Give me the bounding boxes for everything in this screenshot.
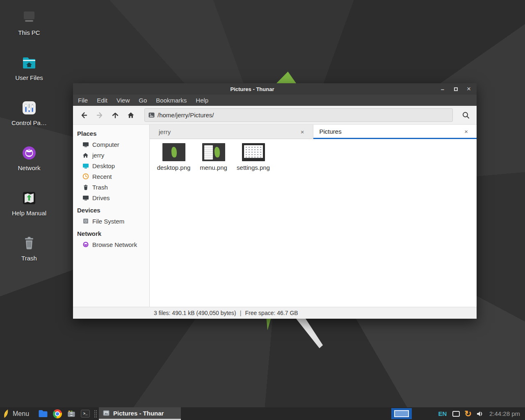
desktop-icon-help-manual[interactable]: Help Manual xyxy=(4,183,54,228)
sidebar-item-recent[interactable]: Recent xyxy=(73,171,149,182)
window-titlebar[interactable]: Pictures - Thunar – × xyxy=(73,83,477,95)
sidebar-item-label: Computer xyxy=(92,141,119,148)
taskbar: Menu >_ Pictures - Thunar EN ↻ 2:44:28 p… xyxy=(0,407,525,420)
sidebar-item-label: Recent xyxy=(92,173,112,180)
sidebar-item-computer[interactable]: Computer xyxy=(73,139,149,150)
tab-bar: jerry × Pictures × xyxy=(150,125,477,139)
trash-icon xyxy=(20,234,39,253)
desktop-icon-this-pc[interactable]: This PC xyxy=(4,2,54,48)
path-text: /home/jerry/Pictures/ xyxy=(158,112,214,119)
sidebar-item-label: jerry xyxy=(92,152,104,159)
tab-jerry[interactable]: jerry × xyxy=(150,125,313,139)
menu-file[interactable]: File xyxy=(73,95,92,106)
menu-help[interactable]: Help xyxy=(191,95,213,106)
image-file-icon xyxy=(148,112,155,118)
wallpaper-feather-sliver xyxy=(265,319,272,330)
home-button[interactable] xyxy=(123,108,139,123)
image-thumbnail xyxy=(242,143,265,161)
desktop-icon-column: This PC User Files Control Pa… Network H… xyxy=(4,2,54,273)
sidebar-item-label: File System xyxy=(92,218,124,225)
sidebar-item-desktop[interactable]: Desktop xyxy=(73,160,149,171)
window-task-icon xyxy=(103,410,110,416)
tab-close-icon[interactable]: × xyxy=(299,128,306,136)
back-button[interactable] xyxy=(76,108,92,123)
tab-pictures[interactable]: Pictures × xyxy=(313,125,477,139)
desktop-icon-user-files[interactable]: User Files xyxy=(4,48,54,93)
sidebar-item-label: Browse Network xyxy=(92,241,137,248)
clock[interactable]: 2:44:28 pm xyxy=(489,410,520,417)
image-thumbnail xyxy=(162,143,185,161)
file-view[interactable]: desktop.png menu.png settings.png xyxy=(150,139,477,307)
menu-bookmarks[interactable]: Bookmarks xyxy=(151,95,191,106)
desktop-icon-label: Help Manual xyxy=(12,210,46,217)
status-bar: 3 files: 490.1 kB (490,050 bytes) | Free… xyxy=(73,307,477,319)
sidebar-item-drives[interactable]: Drives xyxy=(73,192,149,203)
window-body: Places Computer jerry Desktop Recent xyxy=(73,125,477,307)
archive-launcher-icon[interactable] xyxy=(67,409,76,418)
workspace-switcher[interactable] xyxy=(391,408,412,419)
sidebar-item-home[interactable]: jerry xyxy=(73,150,149,160)
help-manual-icon xyxy=(20,189,39,208)
menu-edit[interactable]: Edit xyxy=(92,95,112,106)
file-name: menu.png xyxy=(200,164,227,171)
terminal-launcher-icon[interactable]: >_ xyxy=(81,410,90,418)
volume-icon[interactable] xyxy=(476,411,484,417)
close-button[interactable]: × xyxy=(465,85,472,93)
desktop-icon-label: User Files xyxy=(15,74,43,81)
desktop-icon-control-panel[interactable]: Control Pa… xyxy=(4,93,54,138)
sidebar-item-label: Drives xyxy=(92,194,110,201)
desktop-icon-network[interactable]: Network xyxy=(4,138,54,183)
recent-clock-icon xyxy=(82,173,89,180)
trash-icon xyxy=(82,184,89,191)
desktop-icon-label: Trash xyxy=(21,255,37,262)
menu-bar: File Edit View Go Bookmarks Help xyxy=(73,95,477,106)
up-button[interactable] xyxy=(107,108,123,123)
chrome-launcher-icon[interactable] xyxy=(53,409,62,418)
sidebar-item-file-system[interactable]: File System xyxy=(73,216,149,226)
sidebar-item-browse-network[interactable]: Browse Network xyxy=(73,239,149,250)
desktop-icon-trash[interactable]: Trash xyxy=(4,228,54,273)
menu-view[interactable]: View xyxy=(112,95,134,106)
computer-icon xyxy=(82,141,89,148)
forward-button[interactable] xyxy=(92,108,107,123)
file-menu-png[interactable]: menu.png xyxy=(194,143,233,171)
home-icon xyxy=(82,152,89,159)
display-tray-icon[interactable] xyxy=(452,411,460,417)
sidebar-item-trash[interactable]: Trash xyxy=(73,182,149,192)
status-files-summary: 3 files: 490.1 kB (490,050 bytes) xyxy=(154,310,236,316)
panel-grip-handle[interactable] xyxy=(94,410,97,418)
file-manager-launcher-icon[interactable] xyxy=(38,410,48,418)
sidebar-header-places: Places xyxy=(73,126,149,139)
computer-icon xyxy=(20,8,39,27)
update-manager-icon[interactable]: ↻ xyxy=(464,409,472,418)
desktop-wallpaper: This PC User Files Control Pa… Network H… xyxy=(0,0,525,420)
desktop-icon-label: Control Pa… xyxy=(11,119,47,126)
sidebar-item-label: Desktop xyxy=(92,162,115,169)
desktop-icon-label: Network xyxy=(18,164,40,171)
active-workspace xyxy=(394,410,409,417)
file-desktop-png[interactable]: desktop.png xyxy=(154,143,194,171)
status-free-space: Free space: 46.7 GB xyxy=(245,310,298,316)
app-menu-button[interactable]: Menu xyxy=(0,407,36,420)
path-bar[interactable]: /home/jerry/Pictures/ xyxy=(144,108,453,122)
taskbar-window-button[interactable]: Pictures - Thunar xyxy=(99,407,181,420)
minimize-button[interactable]: – xyxy=(439,85,446,93)
menu-go[interactable]: Go xyxy=(134,95,151,106)
home-folder-icon xyxy=(20,53,39,72)
drives-icon xyxy=(82,194,89,201)
image-thumbnail xyxy=(202,143,225,161)
system-tray: EN ↻ 2:44:28 pm xyxy=(435,407,525,420)
thunar-window: Pictures - Thunar – × File Edit View Go … xyxy=(73,83,477,319)
window-controls: – × xyxy=(439,83,472,95)
drive-icon xyxy=(82,218,89,225)
tab-close-icon[interactable]: × xyxy=(462,127,470,136)
file-name: desktop.png xyxy=(157,164,191,171)
control-panel-icon xyxy=(20,98,39,117)
sidebar: Places Computer jerry Desktop Recent xyxy=(73,125,150,307)
file-settings-png[interactable]: settings.png xyxy=(233,143,273,171)
search-button[interactable] xyxy=(458,108,474,123)
tab-label: Pictures xyxy=(320,128,342,135)
file-name: settings.png xyxy=(237,164,270,171)
keyboard-layout-indicator[interactable]: EN xyxy=(438,410,447,417)
maximize-button[interactable] xyxy=(452,85,459,93)
